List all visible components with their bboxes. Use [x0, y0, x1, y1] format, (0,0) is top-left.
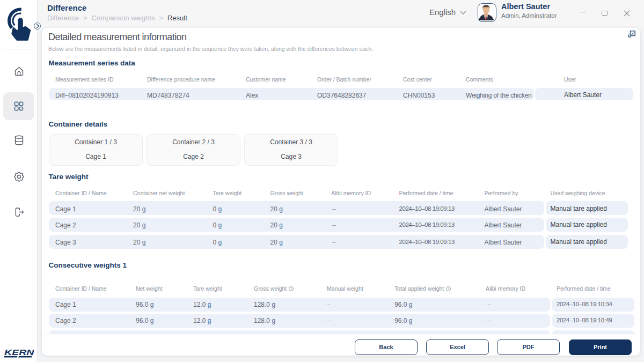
svg-text:KERN: KERN: [4, 348, 35, 357]
